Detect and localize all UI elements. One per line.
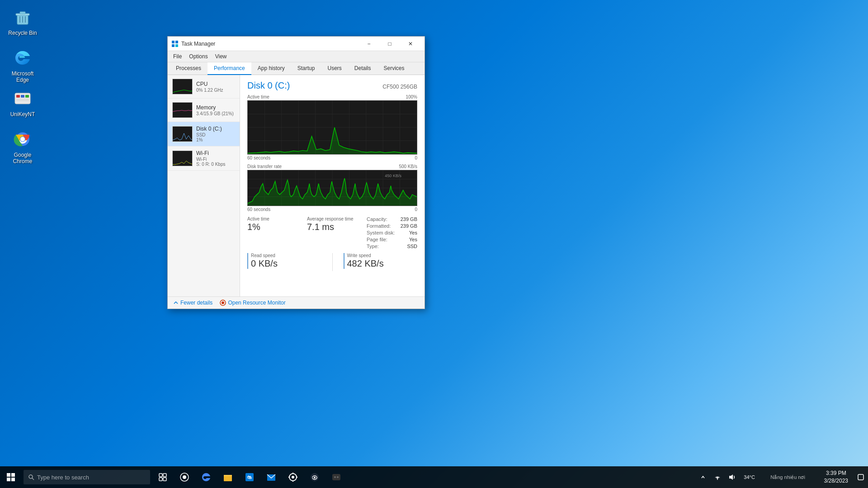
tab-processes[interactable]: Processes (170, 62, 208, 75)
taskbar-file-explorer[interactable] (217, 466, 239, 488)
tab-startup[interactable]: Startup (291, 62, 321, 75)
wifi-sub: Wi-Fi S: 0 R: 0 Kbps (196, 157, 235, 167)
minimize-button[interactable]: − (359, 37, 379, 51)
svg-rect-53 (11, 473, 15, 477)
taskbar-clock[interactable]: 3:39 PM 3/28/2023 (819, 466, 854, 488)
svg-rect-54 (7, 478, 10, 481)
taskbar-app7[interactable] (326, 466, 347, 488)
notification-button[interactable] (854, 466, 868, 488)
tab-details[interactable]: Details (348, 62, 377, 75)
type-value: SSD (407, 244, 417, 249)
type-label: Type: (367, 244, 379, 249)
recycle-bin-label: Recycle Bin (8, 30, 37, 36)
tab-performance[interactable]: Performance (208, 62, 251, 75)
sidebar-item-disk[interactable]: Disk 0 (C:) SSD 1% (168, 122, 240, 146)
menu-file[interactable]: File (170, 52, 185, 61)
volume-icon (728, 474, 736, 481)
fewer-details-label: Fewer details (180, 300, 212, 306)
page-file-row: Page file: Yes (367, 237, 417, 242)
memory-sub: 3.4/15.9 GB (21%) (196, 111, 235, 116)
chart2-label-right: 500 KB/s (399, 164, 417, 169)
windows-logo-icon (7, 473, 15, 481)
sidebar-item-cpu[interactable]: CPU 0% 1.22 GHz (168, 75, 240, 99)
start-button[interactable] (0, 466, 22, 488)
menu-options[interactable]: Options (185, 52, 211, 61)
chevron-up-tray-icon (701, 475, 705, 479)
svg-point-79 (337, 476, 339, 478)
tray-volume[interactable] (725, 466, 739, 488)
menu-view[interactable]: View (212, 52, 231, 61)
desktop-icon-edge[interactable]: Microsoft Edge (5, 45, 41, 85)
desktop-icon-unikey[interactable]: UniKeyNT (5, 86, 41, 119)
svg-rect-22 (173, 151, 193, 166)
svg-marker-81 (729, 474, 733, 480)
menubar: File Options View (168, 51, 425, 62)
svg-point-70 (292, 476, 294, 479)
svg-rect-10 (16, 99, 29, 101)
read-speed-stat: Read speed 0 KB/s (247, 253, 321, 269)
disk-sub: SSD 1% (196, 132, 235, 142)
search-input[interactable] (37, 474, 146, 481)
weather-display[interactable]: 34°C (739, 466, 761, 488)
titlebar: Task Manager − □ ✕ (168, 37, 425, 51)
chart2-label-left: Disk transfer rate (247, 164, 282, 169)
svg-point-76 (314, 477, 316, 479)
svg-rect-58 (159, 474, 162, 477)
svg-rect-8 (21, 95, 24, 98)
memory-name: Memory (196, 104, 235, 111)
cpu-thumb (172, 79, 193, 94)
task-view-button[interactable] (152, 466, 174, 488)
svg-rect-18 (175, 44, 178, 47)
disk-thumb (172, 126, 193, 142)
system-disk-row: System disk: Yes (367, 230, 417, 235)
tm-body: CPU 0% 1.22 GHz Memory 3.4/15.9 GB ( (168, 75, 425, 296)
taskbar-store[interactable]: 🛍 (239, 466, 260, 488)
wifi-thumb (172, 150, 193, 166)
sidebar-item-wifi[interactable]: Wi-Fi Wi-Fi S: 0 R: 0 Kbps (168, 146, 240, 171)
performance-sidebar: CPU 0% 1.22 GHz Memory 3.4/15.9 GB ( (168, 75, 240, 296)
maximize-button[interactable]: □ (379, 37, 400, 51)
capacity-row: Capacity: 239 GB (367, 216, 417, 222)
tab-users[interactable]: Users (321, 62, 348, 75)
tab-services[interactable]: Services (377, 62, 411, 75)
page-file-label: Page file: (367, 237, 387, 242)
open-resource-monitor-button[interactable]: Open Resource Monitor (220, 300, 285, 306)
taskbar-search-app[interactable] (174, 466, 195, 488)
fewer-details-button[interactable]: Fewer details (173, 300, 212, 306)
page-file-value: Yes (409, 237, 417, 242)
tray-show-hidden[interactable] (696, 466, 710, 488)
system-tray: 34°C Nắng nhiều nơi (692, 466, 819, 488)
resource-monitor-label: Open Resource Monitor (228, 300, 285, 306)
disk-header: Disk 0 (C:) CF500 256GB (247, 80, 417, 91)
desktop-icon-chrome[interactable]: Google Chrome (5, 127, 41, 166)
game-icon (331, 472, 341, 482)
chart2-label-row: Disk transfer rate 500 KB/s (247, 164, 417, 169)
svg-line-57 (32, 478, 34, 480)
chart1-time-left: 60 seconds (247, 155, 270, 160)
chart1-time-right: 0 (415, 155, 417, 160)
tab-app-history[interactable]: App history (251, 62, 291, 75)
store-icon: 🛍 (245, 472, 255, 482)
desktop-icon-recycle-bin[interactable]: Recycle Bin (5, 5, 41, 38)
photos-icon (288, 472, 298, 482)
svg-point-14 (20, 137, 25, 141)
taskbar-photos[interactable] (282, 466, 304, 488)
performance-main: Disk 0 (C:) CF500 256GB Active time 100% (240, 75, 425, 296)
weather-desc-display: Nắng nhiều nơi (761, 466, 815, 488)
tray-network[interactable] (710, 466, 725, 488)
sidebar-item-memory[interactable]: Memory 3.4/15.9 GB (21%) (168, 99, 240, 122)
taskbar-search-bar[interactable] (24, 470, 150, 484)
tab-bar: Processes Performance App history Startu… (168, 62, 425, 75)
taskbar-edge[interactable] (195, 466, 217, 488)
formatted-row: Formatted: 239 GB (367, 223, 417, 229)
tm-footer: Fewer details Open Resource Monitor (168, 296, 425, 309)
recycle-bin-icon (12, 6, 33, 28)
transfer-rate-chart-section: Disk transfer rate 500 KB/s (247, 164, 417, 212)
cpu-info: CPU 0% 1.22 GHz (196, 81, 235, 93)
memory-info: Memory 3.4/15.9 GB (21%) (196, 104, 235, 116)
task-view-icon (159, 473, 167, 481)
taskbar-steam[interactable] (304, 466, 326, 488)
active-time-stat: Active time 1% (247, 216, 298, 250)
close-button[interactable]: ✕ (400, 37, 421, 51)
taskbar-mail[interactable] (260, 466, 282, 488)
